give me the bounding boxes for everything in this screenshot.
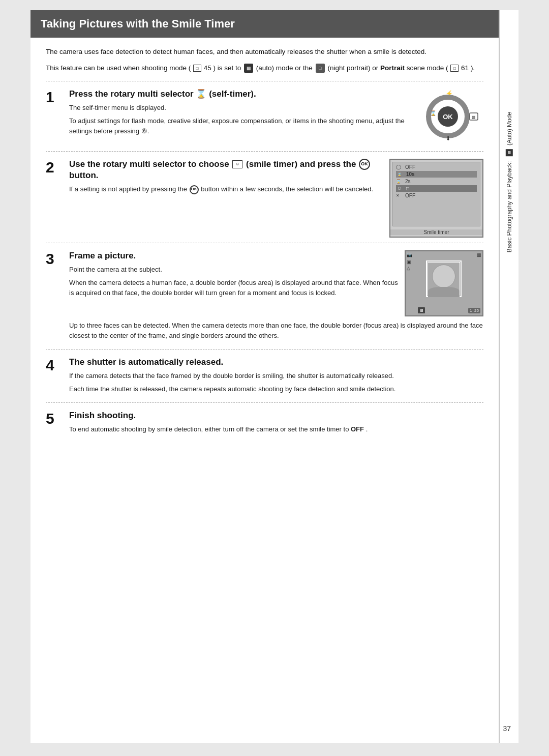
step-2-number: 2 [46,159,62,175]
svg-text:OK: OK [443,113,453,121]
photo-icon-vf: ▣ [407,259,411,265]
left-icons-vf: ▣ △ [407,259,411,271]
face-circle [432,265,455,288]
svg-text:⬇: ⬇ [446,135,450,141]
svg-text:⌛: ⌛ [430,110,437,117]
step-3-image: 📷 ▩ ▣ △ [405,250,483,316]
step-3-title: Frame a picture. [69,250,400,261]
page-title: Taking Pictures with the Smile Timer [30,10,499,38]
off-bold: OFF [351,425,364,433]
step-4-desc2: Each time the shutter is released, the c… [69,384,483,394]
film-icon-vf: △ [407,266,411,271]
body-shape [428,287,460,297]
smile-timer-inline-icon: ☺ [232,160,242,168]
step-5-section: 5 Finish shooting. To end automatic shoo… [46,402,483,443]
intro2-auto: (auto) mode or the [256,64,313,72]
mode-icon-vf: ▩ [418,307,425,313]
step-4-section: 4 The shutter is automatically released.… [46,349,483,402]
menu-item-2s: ⌛ 2s [396,179,477,184]
menu-item-off: ◯ OFF [396,164,477,170]
step-1-title: Press the rotary multi selector ⌛ (self-… [69,89,407,100]
intro-paragraph-1: The camera uses face detection to detect… [46,47,483,57]
intro2-p61: 61 [461,64,469,72]
step-3-desc1: Point the camera at the subject. [69,265,400,275]
step-2-desc1: If a setting is not applied by pressing … [69,184,384,194]
smile-timer-label: Smile timer [390,229,482,235]
step-2-text: Use the rotary multi selector to choose … [69,159,384,198]
step-1-body: Press the rotary multi selector ⌛ (self-… [69,89,483,146]
intro2-part1: This feature can be used when shooting m… [46,64,191,72]
intro2-portrait-bold: Portrait [380,64,405,72]
step-4-number: 4 [46,357,62,373]
step-2-section: 2 Use the rotary multi selector to choos… [46,151,483,243]
camera-dial-svg: ⚡ ⌛ OK ▩ ⬇ [412,89,483,144]
page-number: 37 [503,724,511,733]
step-3-body: Frame a picture. Point the camera at the… [69,250,483,344]
smile-timer-menu: ◯ OFF ⌛ 10s [389,159,483,238]
sidebar-text: Basic Photography and Playback: ▩ (Auto)… [505,112,514,252]
step-2-image: ◯ OFF ⌛ 10s [389,159,483,238]
svg-text:▩: ▩ [472,115,476,120]
sidebar-auto-icon: ▩ [506,149,513,156]
ok-button-inline: OK [359,159,370,170]
sidebar: Basic Photography and Playback: ▩ (Auto)… [500,10,518,743]
step-5-body: Finish shooting. To end automatic shooti… [69,410,483,438]
step-3-number: 3 [46,250,62,267]
step-2-content-row: Use the rotary multi selector to choose … [69,159,483,238]
step-1-desc1: The self-timer menu is displayed. [69,103,407,113]
step-4-desc1: If the camera detects that the face fram… [69,371,483,381]
step-3-desc3: Up to three faces can be detected. When … [69,321,483,341]
camera-icon-vf: 📷 [407,252,412,257]
ok-inline-2: OK [190,185,199,194]
night-portrait-icon: □ [316,64,325,73]
auto-mode-icon: ▩ [244,64,253,73]
book-icon-61: □ [450,65,459,72]
step-1-section: 1 Press the rotary multi selector ⌛ (sel… [46,81,483,151]
intro2-part2: ) is set to [214,64,241,72]
shot-count-vf: 1 25 [468,308,480,313]
step-3-desc2: When the camera detects a human face, a … [69,278,400,298]
menu-item-smile: ☺ □ [396,185,477,192]
menu-item-10s: ⌛ 10s [396,171,477,178]
intro-paragraph-2: This feature can be used when shooting m… [46,63,483,74]
book-icon-45: □ [193,65,201,72]
step-5-desc1: To end automatic shooting by smile detec… [69,424,483,434]
intro2-night: (night portrait) or [327,64,378,72]
intro2-part4: ). [471,64,475,72]
step-1-desc2: To adjust settings for flash mode, creat… [69,116,407,136]
step-3-text: Frame a picture. Point the camera at the… [69,250,400,302]
step-4-title: The shutter is automatically released. [69,357,483,368]
page: Taking Pictures with the Smile Timer The… [30,10,518,743]
step-5-title: Finish shooting. [69,410,483,421]
intro2-p45: 45 [204,64,211,72]
step-3-content-row: Frame a picture. Point the camera at the… [69,250,483,316]
step-1-image: ⚡ ⌛ OK ▩ ⬇ [412,89,483,146]
menu-item-off2: ✕ OFF [396,193,477,198]
step-1-content-row: Press the rotary multi selector ⌛ (self-… [69,89,483,146]
step-2-title: Use the rotary multi selector to choose … [69,159,384,182]
intro2-part3: scene mode ( [407,64,448,72]
battery-icon-vf: ▩ [477,252,481,257]
step-2-body: Use the rotary multi selector to choose … [69,159,483,238]
step-5-number: 5 [46,410,62,426]
step-1-number: 1 [46,89,62,105]
step-4-body: The shutter is automatically released. I… [69,357,483,397]
viewfinder: 📷 ▩ ▣ △ [405,250,483,316]
step-3-section: 3 Frame a picture. Point the camera at t… [46,243,483,349]
step-1-text: Press the rotary multi selector ⌛ (self-… [69,89,407,140]
viewfinder-top-icons: 📷 ▩ [407,252,481,257]
main-content: Taking Pictures with the Smile Timer The… [30,10,500,743]
face-area [426,260,462,297]
